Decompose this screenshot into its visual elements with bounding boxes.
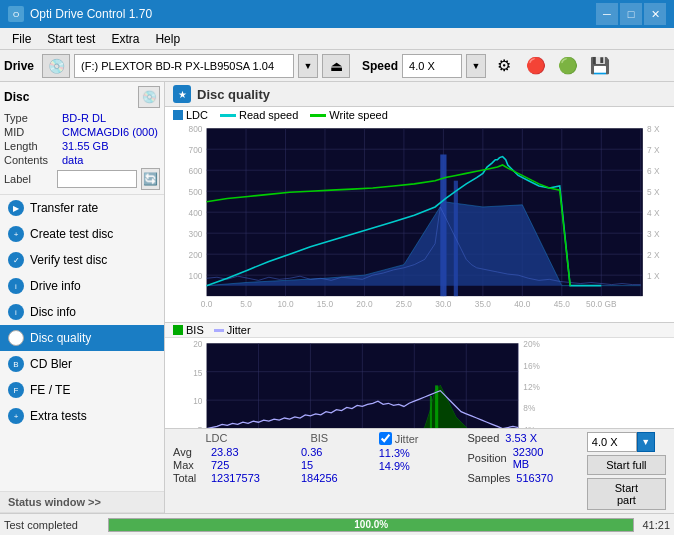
app-icon: O: [8, 6, 24, 22]
speed-select-arrow[interactable]: ▼: [466, 54, 486, 78]
disc-contents-value: data: [62, 154, 83, 166]
svg-text:8 X: 8 X: [647, 124, 660, 134]
toolbar-btn3[interactable]: 🟢: [554, 52, 582, 80]
start-full-button[interactable]: Start full: [587, 455, 666, 475]
menu-help[interactable]: Help: [147, 30, 188, 48]
sidebar-item-verify-test-disc[interactable]: ✓ Verify test disc: [0, 247, 164, 273]
legend-write-speed: Write speed: [310, 109, 388, 121]
extra-tests-icon: +: [8, 408, 24, 424]
charts: 800 700 600 500 400 300 200 100 8 X 7 X …: [165, 123, 674, 428]
svg-text:35.0: 35.0: [475, 299, 492, 309]
legend-jitter: Jitter: [214, 324, 251, 336]
read-speed-color: [220, 114, 236, 117]
menu-extra[interactable]: Extra: [103, 30, 147, 48]
legend: LDC Read speed Write speed: [165, 107, 674, 123]
sidebar-item-fe-te[interactable]: F FE / TE: [0, 377, 164, 403]
sidebar-item-disc-quality[interactable]: ★ Disc quality: [0, 325, 164, 351]
statusbar: Test completed 100.0% 41:21: [0, 513, 674, 535]
drive-info-icon: i: [8, 278, 24, 294]
main: Disc 💿 Type BD-R DL MID CMCMAGDI6 (000) …: [0, 82, 674, 513]
svg-text:25.0: 25.0: [396, 299, 413, 309]
sidebar-item-drive-info[interactable]: i Drive info: [0, 273, 164, 299]
disc-type-row: Type BD-R DL: [4, 112, 160, 124]
disc-quality-label: Disc quality: [30, 331, 91, 345]
ldc-color: [173, 110, 183, 120]
jitter-checkbox[interactable]: [379, 432, 392, 445]
close-button[interactable]: ✕: [644, 3, 666, 25]
sidebar-item-extra-tests[interactable]: + Extra tests: [0, 403, 164, 429]
speed-select[interactable]: 4.0 X: [402, 54, 462, 78]
drive-select[interactable]: (F:) PLEXTOR BD-R PX-LB950SA 1.04: [74, 54, 294, 78]
toolbar-btn2[interactable]: 🔴: [522, 52, 550, 80]
bis-total-value: 184256: [301, 472, 338, 484]
eject-button[interactable]: ⏏: [322, 54, 350, 78]
cd-bler-icon: B: [8, 356, 24, 372]
sidebar-item-cd-bler[interactable]: B CD Bler: [0, 351, 164, 377]
menu-file[interactable]: File: [4, 30, 39, 48]
drive-label: Drive: [4, 59, 34, 73]
maximize-button[interactable]: □: [620, 3, 642, 25]
sidebar-item-disc-info[interactable]: i Disc info: [0, 299, 164, 325]
sidebar-item-transfer-rate[interactable]: ▶ Transfer rate: [0, 195, 164, 221]
write-speed-color: [310, 114, 326, 117]
ldc-avg-row: Avg 23.83: [173, 446, 260, 458]
status-time: 41:21: [642, 519, 670, 531]
menu-starttest[interactable]: Start test: [39, 30, 103, 48]
disc-section-title: Disc: [4, 90, 29, 104]
drivebar: Drive 💿 (F:) PLEXTOR BD-R PX-LB950SA 1.0…: [0, 50, 674, 82]
bis-legend-label: BIS: [186, 324, 204, 336]
svg-text:400: 400: [189, 208, 203, 218]
start-part-button[interactable]: Start part: [587, 478, 666, 510]
speed-row: Speed 3.53 X: [468, 432, 563, 444]
svg-text:200: 200: [189, 250, 203, 260]
bis-total-row: 184256: [301, 472, 338, 484]
titlebar: O Opti Drive Control 1.70 ─ □ ✕: [0, 0, 674, 28]
disc-length-label: Length: [4, 140, 62, 152]
disc-section-icon-btn[interactable]: 💿: [138, 86, 160, 108]
upper-chart: 800 700 600 500 400 300 200 100 8 X 7 X …: [165, 123, 674, 323]
bis-color: [173, 325, 183, 335]
jitter-avg-row: 11.3%: [379, 447, 419, 459]
dq-header: ★ Disc quality: [165, 82, 674, 107]
status-window-header[interactable]: Status window >>: [0, 491, 164, 513]
verify-test-icon: ✓: [8, 252, 24, 268]
svg-text:20.0: 20.0: [356, 299, 373, 309]
save-button[interactable]: 💾: [586, 52, 614, 80]
ldc-legend-label: LDC: [186, 109, 208, 121]
minimize-button[interactable]: ─: [596, 3, 618, 25]
svg-text:500: 500: [189, 187, 203, 197]
speed-val: 3.53 X: [505, 432, 537, 444]
svg-text:20%: 20%: [523, 340, 540, 350]
speed-key-label: Speed: [468, 432, 500, 444]
disc-label-icon-btn[interactable]: 🔄: [141, 168, 160, 190]
stats-speed-arrow[interactable]: ▼: [637, 432, 655, 452]
jitter-stats-header: Jitter: [395, 433, 419, 445]
status-window-label: Status window >>: [8, 496, 101, 508]
disc-label-row: Label 🔄: [4, 168, 160, 190]
legend-ldc: LDC: [173, 109, 208, 121]
toolbar-btn1[interactable]: ⚙: [490, 52, 518, 80]
svg-text:4 X: 4 X: [647, 208, 660, 218]
upper-chart-svg: 800 700 600 500 400 300 200 100 8 X 7 X …: [165, 123, 674, 322]
svg-text:0.0: 0.0: [201, 299, 213, 309]
bis-avg-row: 0.36: [301, 446, 338, 458]
speed-label: Speed: [362, 59, 398, 73]
sidebar-item-create-test-disc[interactable]: + Create test disc: [0, 221, 164, 247]
speed-select-row: 4.0 X ▼: [587, 432, 666, 452]
svg-text:100: 100: [189, 271, 203, 281]
create-test-icon: +: [8, 226, 24, 242]
jitter-legend-label: Jitter: [227, 324, 251, 336]
drive-select-arrow[interactable]: ▼: [298, 54, 318, 78]
legend-read-speed: Read speed: [220, 109, 298, 121]
svg-text:45.0: 45.0: [554, 299, 571, 309]
svg-text:7 X: 7 X: [647, 145, 660, 155]
disc-label-input[interactable]: [57, 170, 137, 188]
disc-contents-label: Contents: [4, 154, 62, 166]
disc-length-row: Length 31.55 GB: [4, 140, 160, 152]
bis-max-row: 15: [301, 459, 338, 471]
ldc-stats-col: LDC Avg 23.83 Max 725 Total 12317573: [173, 432, 260, 484]
samples-val: 516370: [516, 472, 553, 484]
svg-text:300: 300: [189, 229, 203, 239]
stats-speed-select[interactable]: 4.0 X: [587, 432, 637, 452]
drive-icon-btn[interactable]: 💿: [42, 54, 70, 78]
